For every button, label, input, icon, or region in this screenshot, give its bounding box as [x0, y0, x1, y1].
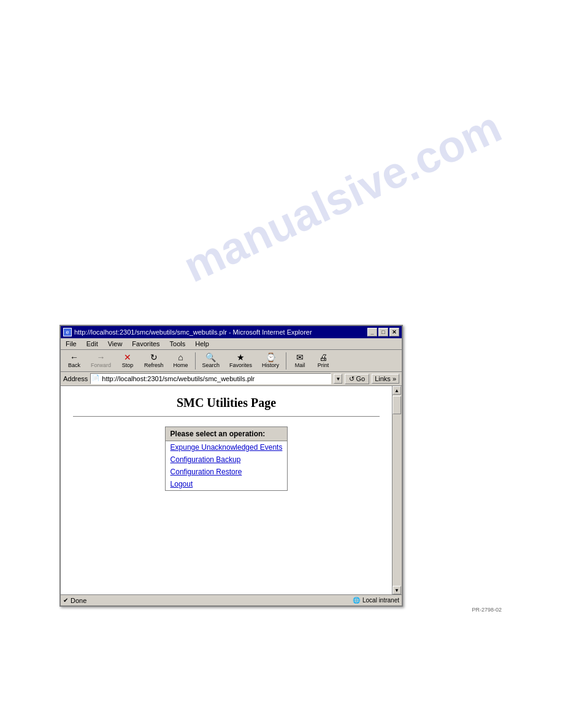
content-area: SMC Utilities Page Please select an oper… [61, 386, 402, 594]
expunge-link[interactable]: Expunge Unacknowledged Events [166, 441, 288, 453]
forward-button[interactable]: → Forward [86, 351, 115, 370]
footer-text: PR-2798-02 [472, 607, 502, 613]
search-label: Search [202, 362, 220, 368]
address-dropdown[interactable]: ▼ [334, 374, 342, 384]
stop-button[interactable]: ✕ Stop [117, 351, 139, 370]
menu-help[interactable]: Help [193, 339, 212, 348]
go-label: Go [356, 375, 365, 382]
mail-label: Mail [295, 362, 305, 368]
menu-view[interactable]: View [105, 339, 125, 348]
home-label: Home [174, 362, 188, 368]
links-button[interactable]: Links » [372, 374, 399, 384]
operations-table: Please select an operation: Expunge Unac… [165, 427, 288, 491]
stop-icon: ✕ [124, 353, 131, 362]
menu-tools[interactable]: Tools [167, 339, 188, 348]
scrollbar-right[interactable]: ▲ ▼ [392, 386, 402, 594]
browser-window: e http://localhost:2301/smc/webutils/smc… [59, 325, 403, 607]
search-icon: 🔍 [205, 353, 216, 362]
minimize-button[interactable]: _ [367, 328, 377, 336]
title-bar-buttons: _ □ ✕ [367, 328, 399, 336]
page-content: SMC Utilities Page Please select an oper… [61, 386, 392, 501]
favorites-label: Favorites [229, 362, 252, 368]
forward-label: Forward [91, 362, 111, 368]
history-label: History [262, 362, 279, 368]
address-input-wrap: 📄 [90, 373, 331, 384]
config-restore-link[interactable]: Configuration Restore [166, 466, 288, 478]
menu-file[interactable]: File [63, 339, 79, 348]
watermark: manualsive.com [176, 101, 508, 292]
browser-icon: e [63, 328, 72, 336]
menu-bar: File Edit View Favorites Tools Help [61, 338, 402, 350]
history-button[interactable]: ⌚ History [258, 351, 283, 370]
refresh-icon: ↻ [150, 353, 158, 362]
scrollbar-thumb[interactable] [393, 396, 401, 414]
mail-icon: ✉ [296, 353, 304, 362]
refresh-button[interactable]: ↻ Refresh [140, 351, 168, 370]
status-right: 🌐 Local intranet [353, 597, 399, 604]
search-button[interactable]: 🔍 Search [198, 351, 224, 370]
mail-button[interactable]: ✉ Mail [289, 351, 311, 370]
page-icon: 📄 [92, 374, 101, 383]
close-button[interactable]: ✕ [389, 328, 399, 336]
address-bar: Address 📄 ▼ ↺ Go Links » [61, 372, 402, 386]
print-button[interactable]: 🖨 Print [312, 351, 334, 370]
title-bar: e http://localhost:2301/smc/webutils/smc… [61, 326, 402, 338]
logout-link[interactable]: Logout [166, 478, 288, 490]
status-icon: ✔ [63, 597, 68, 604]
home-button[interactable]: ⌂ Home [169, 351, 193, 370]
back-label: Back [68, 362, 80, 368]
favorites-icon: ★ [237, 353, 245, 362]
back-icon: ← [70, 353, 79, 362]
history-icon: ⌚ [266, 353, 276, 362]
toolbar-separator-1 [195, 352, 196, 370]
refresh-label: Refresh [144, 362, 164, 368]
config-backup-link[interactable]: Configuration Backup [166, 453, 288, 466]
forward-icon: → [97, 353, 105, 362]
menu-favorites[interactable]: Favorites [129, 339, 162, 348]
status-text: Done [71, 597, 86, 604]
stop-label: Stop [122, 362, 134, 368]
zone-icon: 🌐 [353, 597, 360, 604]
toolbar-separator-2 [286, 352, 286, 370]
home-icon: ⌂ [178, 353, 183, 362]
window-title: http://localhost:2301/smc/webutils/smc_w… [74, 328, 312, 336]
title-bar-text: e http://localhost:2301/smc/webutils/smc… [63, 328, 312, 336]
page-title: SMC Utilities Page [73, 396, 380, 410]
print-icon: 🖨 [319, 353, 327, 362]
go-arrow-icon: ↺ [349, 375, 354, 383]
zone-text: Local intranet [362, 597, 399, 604]
address-input[interactable] [102, 375, 329, 382]
favorites-button[interactable]: ★ Favorites [225, 351, 256, 370]
menu-edit[interactable]: Edit [84, 339, 101, 348]
status-bar: ✔ Done 🌐 Local intranet [61, 594, 402, 605]
print-label: Print [318, 362, 329, 368]
go-button[interactable]: ↺ Go [345, 374, 369, 384]
maximize-button[interactable]: □ [378, 328, 388, 336]
operations-header: Please select an operation: [165, 427, 288, 441]
scrollbar-down-button[interactable]: ▼ [393, 586, 401, 594]
status-left: ✔ Done [63, 597, 86, 604]
address-label: Address [63, 375, 88, 382]
back-button[interactable]: ← Back [63, 351, 85, 370]
scrollbar-up-button[interactable]: ▲ [393, 386, 401, 395]
toolbar: ← Back → Forward ✕ Stop ↻ Refresh ⌂ Home… [61, 350, 402, 372]
title-divider [73, 416, 380, 417]
